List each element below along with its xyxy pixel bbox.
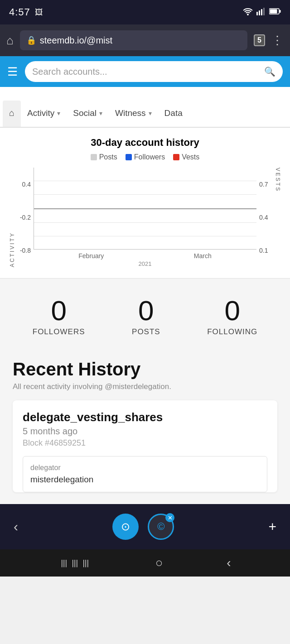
status-time: 4:57 [9, 6, 30, 18]
activity-chevron-icon: ▾ [57, 110, 60, 117]
x-axis-labels: February March [34, 250, 256, 260]
app1-icon: ⊙ [121, 520, 130, 533]
followers-label: Followers [134, 153, 165, 161]
grid-line-1 [34, 181, 256, 181]
data-tab-label: Data [164, 108, 183, 118]
social-chevron-icon: ▾ [99, 110, 102, 117]
add-button[interactable]: + [268, 519, 276, 534]
followers-stat-label: FOLLOWERS [33, 327, 85, 336]
activity-tab-label: Activity [27, 108, 54, 118]
following-stat-label: FOLLOWING [207, 327, 257, 336]
hamburger-icon[interactable]: ☰ [7, 65, 18, 79]
legend-vests: Vests [173, 153, 199, 161]
following-count: 0 [207, 297, 257, 325]
grid-line-2 [34, 194, 256, 195]
stat-posts: 0 POSTS [132, 297, 160, 336]
search-placeholder: Search accounts... [32, 67, 260, 77]
browser-bar: ⌂ 🔒 steemdb.io/@mist 5 ⋮ [0, 24, 290, 56]
status-bar: 4:57 🖼 [0, 0, 290, 24]
legend-posts: Posts [91, 153, 117, 161]
recent-history-section: Recent History All recent activity invol… [0, 350, 290, 504]
photo-icon: 🖼 [35, 8, 43, 17]
vests-label: Vests [182, 153, 199, 161]
url-text: steemdb.io/@mist [40, 35, 112, 46]
witness-tab-label: Witness [115, 108, 146, 118]
y-axis-right: 0.7 0.4 0.1 [256, 168, 273, 267]
social-tab-label: Social [73, 108, 97, 118]
back-nav-icon[interactable]: ‹ [14, 519, 18, 534]
tab-activity[interactable]: Activity ▾ [21, 101, 67, 127]
battery-icon [269, 8, 281, 17]
activity-axis-label: ACTIVITY [7, 168, 17, 267]
svg-rect-3 [263, 8, 265, 15]
chart-section: 30-day account history Posts Followers V… [0, 128, 290, 279]
search-bar[interactable]: Search accounts... 🔍 [25, 61, 283, 82]
close-badge: ✕ [165, 513, 174, 522]
grid-line-4 [34, 236, 256, 236]
vests-dot [173, 154, 179, 160]
grid-line-3 [34, 222, 256, 223]
chart-plot [34, 168, 256, 250]
stat-following: 0 FOLLOWING [207, 297, 257, 336]
app-icon-1[interactable]: ⊙ [112, 514, 139, 540]
zero-line [34, 208, 256, 209]
phone-menu-icon[interactable]: ⫼⫼⫼ [59, 557, 92, 569]
svg-rect-1 [259, 10, 260, 15]
vests-axis-label: VESTS [273, 168, 283, 267]
history-action: delegate_vesting_shares [23, 410, 267, 424]
phone-bottom-bar: ⫼⫼⫼ ○ ‹ [0, 549, 290, 577]
followers-count: 0 [33, 297, 85, 325]
tab-data[interactable]: Data [158, 101, 189, 127]
y-axis-left: 0.4 -0.2 -0.8 [17, 168, 34, 267]
delegator-label: delegator [30, 464, 260, 472]
app2-icon: © [157, 521, 164, 533]
recent-history-title: Recent History [13, 359, 277, 380]
wifi-icon [243, 7, 253, 17]
lock-icon: 🔒 [26, 35, 36, 45]
followers-dot [126, 154, 132, 160]
x-label-march: March [194, 252, 212, 260]
legend-followers: Followers [126, 153, 165, 161]
home-tab-icon: ⌂ [9, 108, 14, 118]
chart-title: 30-day account history [7, 137, 283, 149]
svg-rect-2 [261, 9, 262, 15]
svg-rect-6 [280, 10, 281, 13]
app-icon-2[interactable]: © ✕ [148, 514, 174, 540]
signal-icon [256, 7, 266, 17]
search-icon: 🔍 [264, 66, 276, 77]
stats-section: 0 FOLLOWERS 0 POSTS 0 FOLLOWING [0, 279, 290, 350]
app-icons: ⊙ © ✕ [112, 514, 174, 540]
browser-menu-icon[interactable]: ⋮ [271, 34, 284, 48]
history-card[interactable]: delegate_vesting_shares 5 months ago Blo… [13, 400, 277, 492]
chart-legend: Posts Followers Vests [7, 153, 283, 161]
browser-home-icon[interactable]: ⌂ [6, 34, 14, 48]
posts-count: 0 [132, 297, 160, 325]
tab-count[interactable]: 5 [254, 34, 265, 46]
posts-label: Posts [99, 153, 117, 161]
svg-rect-0 [256, 12, 258, 15]
delegator-value: misterdelegation [30, 475, 260, 485]
chart-wrapper: ACTIVITY 0.4 -0.2 -0.8 Feb [7, 168, 283, 267]
tab-witness[interactable]: Witness ▾ [109, 101, 158, 127]
svg-rect-5 [270, 10, 277, 14]
recent-history-subtitle: All recent activity involving @misterdel… [13, 382, 277, 391]
x-ticks [34, 245, 256, 249]
nav-bar: ☰ Search accounts... 🔍 [0, 56, 290, 87]
tab-bar: ⌂ Activity ▾ Social ▾ Witness ▾ Data [0, 101, 290, 128]
posts-dot [91, 154, 97, 160]
phone-back-icon[interactable]: ‹ [227, 556, 231, 570]
status-icons [243, 7, 281, 17]
tab-home[interactable]: ⌂ [3, 101, 21, 127]
stat-followers: 0 FOLLOWERS [33, 297, 85, 336]
browser-url-bar[interactable]: 🔒 steemdb.io/@mist [20, 30, 247, 50]
witness-chevron-icon: ▾ [149, 110, 152, 117]
white-gap [0, 87, 290, 101]
history-time-ago: 5 months ago [23, 426, 267, 437]
chart-year: 2021 [34, 260, 256, 267]
x-label-february: February [78, 252, 104, 260]
tab-social[interactable]: Social ▾ [67, 101, 109, 127]
history-detail-box: delegator misterdelegation [23, 456, 267, 492]
posts-stat-label: POSTS [132, 327, 160, 336]
bottom-nav: ‹ ⊙ © ✕ + [0, 504, 290, 549]
phone-home-icon[interactable]: ○ [155, 556, 163, 570]
